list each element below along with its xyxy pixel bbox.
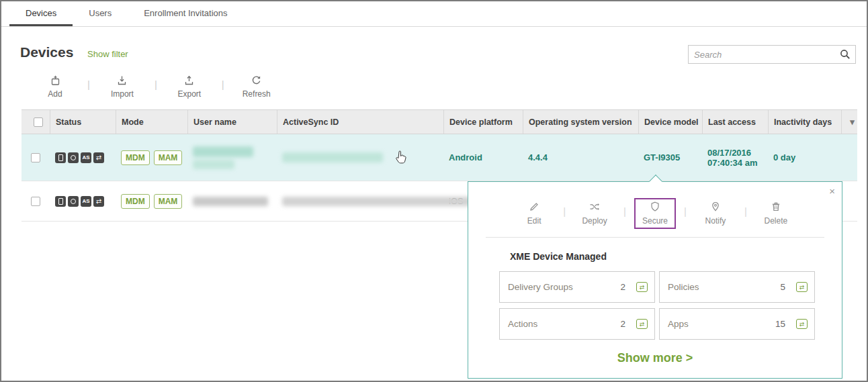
tab-enrollment-invitations[interactable]: Enrollment Invitations [128, 1, 243, 26]
open-detail-icon[interactable]: ⇄ [796, 282, 808, 292]
tab-bar: Devices Users Enrollment Invitations [1, 1, 867, 27]
device-status-icon [55, 196, 66, 207]
edit-button[interactable]: Edit [513, 198, 555, 229]
redacted-username [193, 197, 268, 206]
user-name-cell [187, 197, 277, 206]
export-label: Export [177, 89, 201, 99]
delete-button[interactable]: Delete [755, 198, 797, 229]
activesync-id-cell [277, 197, 443, 206]
toolbar-separator: | [155, 79, 157, 90]
activesync-id-cell [277, 152, 443, 162]
delivery-groups-value: 2 [620, 282, 636, 292]
open-detail-icon[interactable]: ⇄ [636, 282, 648, 292]
show-more-link[interactable]: Show more > [468, 351, 842, 365]
apps-label: Apps [668, 319, 689, 329]
column-header-status[interactable]: Status [50, 110, 116, 134]
row-checkbox[interactable] [31, 197, 40, 206]
delivery-groups-box[interactable]: Delivery Groups 2 ⇄ [499, 271, 655, 303]
actions-label: Actions [508, 319, 537, 329]
deploy-button[interactable]: Deploy [574, 198, 615, 229]
app-window: Devices Users Enrollment Invitations Dev… [0, 0, 868, 382]
toolbar-separator: | [222, 79, 224, 90]
delivery-groups-label: Delivery Groups [508, 282, 573, 292]
device-actions-popup: × Edit | Deploy | Secure [468, 181, 842, 379]
notify-button[interactable]: Notify [695, 198, 736, 229]
column-header-user-name[interactable]: User name [187, 110, 277, 134]
select-all-checkbox[interactable] [34, 117, 43, 127]
table-row[interactable]: AS ⇄ MDMMAM Android 4.4.4 GT-I9305 08/17… [21, 134, 857, 181]
export-icon [183, 75, 195, 86]
actions-value: 2 [620, 319, 636, 329]
activesync-status-icon: AS [81, 196, 91, 207]
secure-button[interactable]: Secure [634, 198, 676, 229]
tab-devices-label: Devices [26, 8, 56, 18]
mam-badge: MAM [154, 150, 183, 165]
add-button[interactable]: Add [34, 75, 77, 99]
mdm-badge: MDM [121, 150, 150, 165]
edit-label: Edit [527, 216, 541, 226]
device-toolbar: Add | Import | Export | Refresh [34, 75, 867, 99]
search-box [688, 45, 856, 64]
mdm-badge: MDM [121, 194, 150, 209]
add-icon [50, 75, 61, 86]
policies-value: 5 [780, 282, 796, 292]
open-detail-icon[interactable]: ⇄ [796, 319, 808, 329]
status-cell: AS ⇄ [50, 152, 116, 163]
action-separator: | [684, 205, 687, 217]
column-header-activesync-id[interactable]: ActiveSync ID [277, 110, 443, 134]
toolbar-separator: | [87, 79, 90, 90]
user-name-cell [187, 146, 277, 169]
deploy-status-icon: ⇄ [93, 152, 104, 163]
inactivity-days-cell: 0 day [768, 152, 841, 162]
apps-box[interactable]: Apps 15 ⇄ [659, 308, 815, 340]
search-input[interactable] [689, 50, 835, 60]
deploy-label: Deploy [582, 216, 607, 226]
column-header-os-version[interactable]: Operating system version [523, 110, 638, 134]
mdm-status-icon [68, 196, 79, 207]
popup-action-bar: Edit | Deploy | Secure | Noti [468, 198, 842, 229]
import-button[interactable]: Import [101, 75, 144, 99]
refresh-label: Refresh [243, 89, 271, 99]
actions-box[interactable]: Actions 2 ⇄ [499, 308, 655, 340]
last-access-time: 07:40:34 am [707, 158, 768, 168]
add-label: Add [48, 89, 62, 99]
column-menu-chevron-down-icon[interactable]: ▾ [841, 110, 857, 134]
import-icon [116, 75, 128, 86]
column-header-mode[interactable]: Mode [116, 110, 187, 134]
column-header-device-platform[interactable]: Device platform [443, 110, 523, 134]
tab-devices[interactable]: Devices [9, 1, 73, 26]
device-status-icon [55, 152, 66, 163]
action-separator: | [623, 205, 626, 217]
tab-users[interactable]: Users [73, 1, 128, 26]
redacted-username [193, 146, 253, 157]
deploy-icon [589, 201, 600, 212]
show-filter-link[interactable]: Show filter [87, 49, 128, 59]
column-header-device-model[interactable]: Device model [638, 110, 702, 134]
close-icon[interactable]: × [829, 186, 835, 196]
column-header-inactivity-days[interactable]: Inactivity days [768, 110, 841, 134]
device-model-cell: GT-I9305 [638, 152, 702, 162]
popup-heading: XME Device Managed [510, 251, 842, 262]
policies-box[interactable]: Policies 5 ⇄ [659, 271, 815, 303]
notify-icon [710, 201, 721, 212]
action-separator: | [563, 205, 566, 217]
search-icon[interactable] [835, 49, 855, 60]
refresh-icon [251, 75, 262, 86]
open-detail-icon[interactable]: ⇄ [636, 319, 648, 329]
device-platform-cell: Android [443, 152, 523, 162]
column-header-last-access[interactable]: Last access [702, 110, 768, 134]
refresh-button[interactable]: Refresh [235, 75, 278, 99]
secure-label: Secure [642, 216, 668, 226]
table-header-row: Status Mode User name ActiveSync ID Devi… [21, 109, 857, 134]
row-checkbox[interactable] [31, 153, 40, 162]
mdm-status-icon [68, 152, 79, 163]
apps-value: 15 [775, 319, 796, 329]
tab-enrollment-invitations-label: Enrollment Invitations [144, 8, 227, 18]
deploy-status-icon: ⇄ [93, 196, 104, 207]
export-button[interactable]: Export [168, 75, 211, 99]
os-version-cell: 4.4.4 [523, 152, 638, 162]
delete-icon [771, 201, 781, 212]
page-header: Devices Show filter [1, 27, 867, 66]
status-cell: AS ⇄ [50, 196, 116, 207]
redacted-activesync-id [282, 152, 383, 162]
